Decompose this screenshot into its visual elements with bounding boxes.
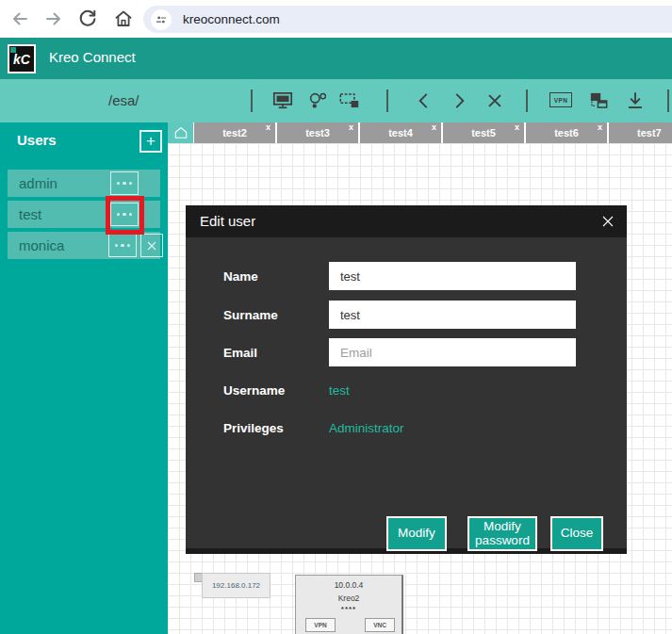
user-more-button[interactable] — [108, 234, 137, 257]
email-label: Email — [223, 346, 322, 360]
user-row-admin[interactable]: admin — [8, 170, 160, 197]
modal-title: Edit user — [200, 213, 255, 229]
vpn-icon[interactable]: VPN — [549, 92, 572, 107]
tab-close-icon[interactable]: x — [266, 122, 270, 132]
device-node[interactable]: 10.0.0.4 Kreo2 **** VPN VNC — [295, 575, 403, 634]
toolbar-separator — [667, 89, 669, 112]
address-bar[interactable]: kreoconnect.com — [143, 6, 672, 33]
tab-test7[interactable]: test7 — [609, 122, 672, 143]
monitor-icon[interactable] — [270, 89, 295, 113]
name-label: Name — [223, 269, 322, 284]
chevron-right-icon[interactable] — [447, 89, 471, 113]
home-icon[interactable] — [112, 8, 135, 30]
tab-home[interactable] — [168, 122, 193, 143]
modal-header: Edit user — [186, 205, 627, 237]
screen-share-icon[interactable] — [337, 89, 362, 113]
user-name: admin — [19, 175, 57, 191]
tab-close-icon[interactable]: x — [349, 122, 353, 132]
user-more-button[interactable] — [110, 171, 139, 195]
tab-close-icon[interactable]: x — [432, 122, 436, 132]
name-field[interactable] — [329, 262, 576, 290]
device-password-mask: **** — [296, 605, 402, 613]
site-settings-icon[interactable] — [151, 9, 172, 30]
username-value: test — [329, 383, 350, 398]
privileges-value: Administrator — [329, 421, 404, 435]
modify-button[interactable]: Modify — [386, 516, 447, 551]
tab-label: test7 — [637, 127, 662, 138]
tab-label: test5 — [471, 127, 496, 138]
download-icon[interactable] — [623, 89, 647, 113]
email-field[interactable] — [329, 338, 576, 366]
tab-test2[interactable]: test2 x — [194, 122, 275, 143]
toolbar-separator — [251, 89, 253, 112]
close-x-icon[interactable] — [483, 89, 507, 113]
device-ip: 10.0.0.4 — [296, 580, 402, 590]
user-row-test[interactable]: test — [8, 201, 160, 228]
close-button[interactable]: Close — [550, 516, 603, 551]
tab-label: test4 — [388, 127, 413, 138]
device-vpn-button[interactable]: VPN — [305, 618, 336, 632]
tab-label: test6 — [554, 127, 579, 138]
surname-label: Surname — [223, 308, 322, 322]
device-node[interactable]: 192.168.0.172 — [202, 573, 270, 598]
url-text: kreoconnect.com — [183, 12, 280, 26]
reload-icon[interactable] — [76, 8, 99, 30]
privileges-label: Privileges — [223, 421, 322, 435]
device-vnc-button[interactable]: VNC — [365, 618, 395, 632]
app-logo: kC — [8, 44, 36, 73]
app-toolbar: /esa/ VPN — [0, 79, 672, 122]
current-path: /esa/ — [108, 92, 139, 108]
tab-test6[interactable]: test6 x — [526, 122, 607, 143]
app-title: Kreo Connect — [49, 49, 136, 65]
tab-bar: test2 x test3 x test4 x test5 x test6 x … — [168, 122, 672, 143]
user-delete-button[interactable] — [140, 234, 163, 257]
tab-close-icon[interactable]: x — [598, 122, 602, 132]
users-sidebar: Users + admin test monica — [0, 122, 168, 634]
copy-network-icon[interactable] — [586, 89, 611, 113]
user-name: test — [19, 206, 41, 222]
device-ip: 192.168.0.172 — [212, 581, 260, 590]
tab-test3[interactable]: test3 x — [277, 122, 358, 143]
app-header: kC Kreo Connect — [0, 38, 672, 79]
toolbar-separator — [386, 89, 388, 112]
user-row-monica[interactable]: monica — [8, 232, 160, 259]
topology-icon[interactable] — [305, 89, 330, 113]
surname-field[interactable] — [329, 301, 576, 329]
edit-user-modal: Edit user Name Surname Email Username te… — [186, 205, 627, 554]
tab-label: test2 — [222, 127, 247, 138]
sidebar-title: Users — [17, 132, 57, 148]
device-name: Kreo2 — [296, 593, 402, 603]
modify-password-button[interactable]: Modify password — [467, 516, 537, 551]
user-more-button[interactable] — [110, 203, 139, 226]
tab-label: test3 — [305, 127, 330, 138]
toolbar-separator — [526, 89, 528, 112]
username-label: Username — [223, 383, 322, 398]
forward-icon[interactable] — [42, 8, 65, 30]
tab-test5[interactable]: test5 x — [443, 122, 524, 143]
back-icon[interactable] — [8, 8, 31, 30]
modal-close-icon[interactable] — [600, 214, 615, 229]
add-user-button[interactable]: + — [139, 130, 162, 153]
user-name: monica — [19, 237, 64, 253]
chevron-left-icon[interactable] — [412, 89, 436, 113]
tab-test4[interactable]: test4 x — [360, 122, 441, 143]
house-icon — [172, 124, 189, 141]
tab-close-icon[interactable]: x — [515, 122, 519, 132]
browser-toolbar: kreoconnect.com — [0, 0, 672, 38]
